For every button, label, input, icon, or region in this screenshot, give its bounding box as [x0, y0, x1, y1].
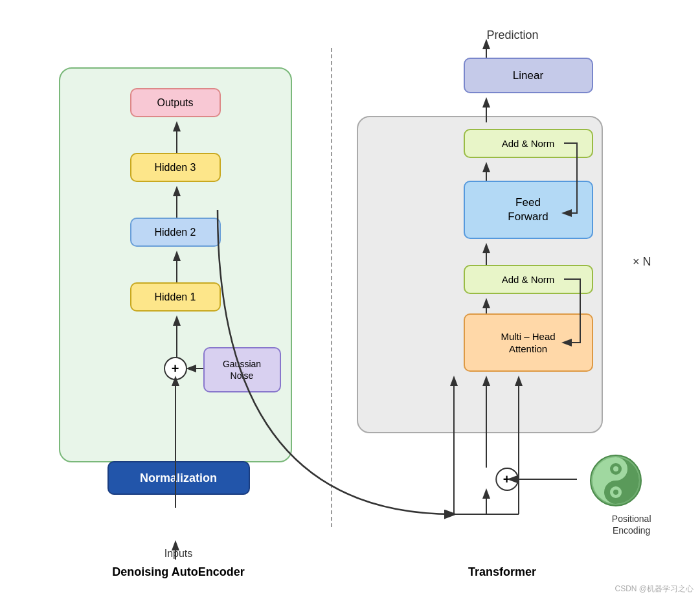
left-side: Outputs Hidden 3 Hidden 2 Hidden 1 Gauss…: [33, 48, 324, 579]
hidden3-box: Hidden 3: [130, 153, 221, 182]
right-side: Prediction Linear × N Add & Norm FeedFor…: [344, 22, 661, 579]
left-arrows-svg: [60, 69, 291, 461]
feed-forward-box: FeedForward: [464, 181, 593, 239]
pos-encoding-label: PositionalEncoding: [612, 513, 651, 536]
divider: [331, 48, 332, 527]
hidden2-label: Hidden 2: [154, 227, 196, 238]
outputs-label: Outputs: [157, 97, 193, 109]
normalization-label: Normalization: [140, 471, 217, 485]
linear-box: Linear: [464, 58, 593, 93]
n-label: × N: [633, 255, 651, 269]
add-norm2-label: Add & Norm: [502, 274, 555, 285]
add-norm1-label: Add & Norm: [502, 138, 555, 149]
prediction-label: Prediction: [486, 28, 538, 42]
mha-label: Multi – HeadAttention: [501, 330, 555, 356]
inputs-label-left: Inputs: [164, 548, 193, 560]
gaussian-box: GaussianNoise: [203, 347, 281, 392]
svg-point-11: [613, 490, 618, 495]
plus-circle-left: +: [164, 357, 187, 380]
outputs-box: Outputs: [130, 88, 221, 117]
hidden3-label: Hidden 3: [154, 162, 196, 174]
add-norm2-box: Add & Norm: [464, 265, 593, 294]
normalization-box: Normalization: [107, 461, 250, 495]
add-norm1-box: Add & Norm: [464, 129, 593, 158]
inputs-text: Inputs: [164, 548, 193, 559]
main-container: Outputs Hidden 3 Hidden 2 Hidden 1 Gauss…: [0, 0, 700, 601]
pos-encoding-icon: [591, 456, 640, 505]
hidden2-box: Hidden 2: [130, 218, 221, 247]
svg-point-10: [613, 466, 618, 471]
dae-outer-box: Outputs Hidden 3 Hidden 2 Hidden 1 Gauss…: [59, 67, 292, 462]
hidden1-box: Hidden 1: [130, 282, 221, 312]
mha-box: Multi – HeadAttention: [464, 313, 593, 372]
feed-forward-label: FeedForward: [508, 196, 548, 224]
hidden1-label: Hidden 1: [154, 291, 196, 303]
diagram-area: Outputs Hidden 3 Hidden 2 Hidden 1 Gauss…: [33, 22, 668, 579]
pos-encoding-circle: [590, 455, 642, 506]
plus-circle-right: +: [495, 468, 519, 491]
dae-title: Denoising AutoEncoder: [112, 565, 244, 579]
csdn-watermark: CSDN @机器学习之心: [615, 584, 694, 595]
gaussian-label: GaussianNoise: [223, 358, 261, 381]
transformer-title: Transformer: [468, 565, 536, 579]
linear-label: Linear: [513, 69, 543, 82]
